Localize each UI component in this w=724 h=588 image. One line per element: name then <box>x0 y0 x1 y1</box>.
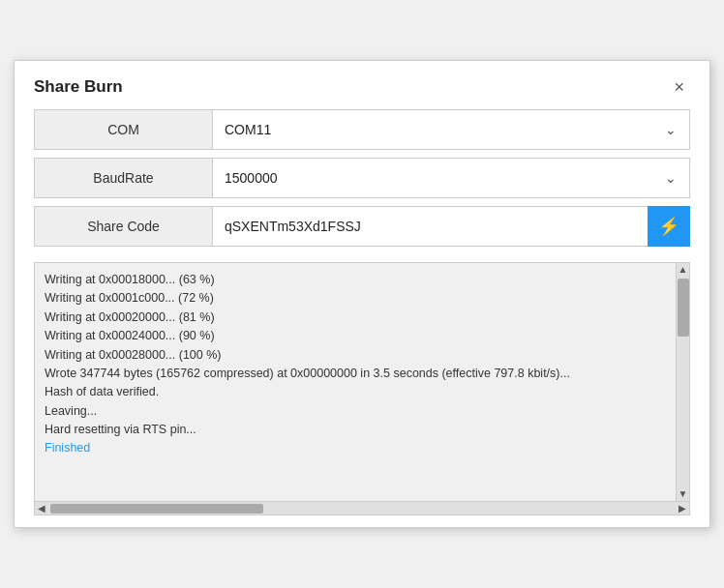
log-line: Wrote 347744 bytes (165762 compressed) a… <box>45 365 666 383</box>
scroll-thumb-h[interactable] <box>50 504 263 514</box>
flash-button[interactable]: ⚡ <box>648 206 690 247</box>
scroll-track-h <box>48 502 676 515</box>
share-code-row: Share Code ⚡ <box>34 206 690 247</box>
dialog-header: Share Burn × <box>15 61 709 109</box>
close-button[interactable]: × <box>668 76 690 98</box>
vertical-scrollbar[interactable]: ▲ ▼ <box>676 263 689 501</box>
baudrate-select[interactable]: 1500000 115200 9600 460800 <box>213 158 690 198</box>
share-code-label: Share Code <box>34 206 213 247</box>
dialog-title: Share Burn <box>34 77 123 97</box>
log-content[interactable]: Writing at 0x00018000... (63 %)Writing a… <box>35 263 676 501</box>
log-line: Writing at 0x00020000... (81 %) <box>45 309 666 327</box>
baudrate-select-wrapper: 1500000 115200 9600 460800 ⌄ <box>213 158 690 198</box>
horizontal-scrollbar[interactable]: ◀ ▶ <box>34 502 690 515</box>
log-scroll-container: Writing at 0x00018000... (63 %)Writing a… <box>35 263 689 501</box>
com-row: COM COM11 COM1 COM2 COM3 COM4 ⌄ <box>34 109 690 150</box>
baudrate-label: BaudRate <box>34 158 213 198</box>
scroll-thumb-v[interactable] <box>678 279 689 337</box>
log-line: Leaving... <box>45 402 666 421</box>
log-line: Hash of data verified. <box>45 383 666 401</box>
flash-icon: ⚡ <box>658 216 679 237</box>
scroll-up-arrow[interactable]: ▲ <box>679 263 688 277</box>
log-line: Writing at 0x00028000... (100 %) <box>45 346 666 365</box>
baudrate-row: BaudRate 1500000 115200 9600 460800 ⌄ <box>34 158 690 198</box>
scroll-left-arrow[interactable]: ◀ <box>35 502 48 515</box>
log-line: Finished <box>45 439 666 457</box>
com-select[interactable]: COM11 COM1 COM2 COM3 COM4 <box>213 109 690 150</box>
log-line: Writing at 0x0001c000... (72 %) <box>45 289 666 308</box>
log-area: Writing at 0x00018000... (63 %)Writing a… <box>34 262 690 502</box>
form-area: COM COM11 COM1 COM2 COM3 COM4 ⌄ BaudRate… <box>15 109 709 262</box>
share-burn-dialog: Share Burn × COM COM11 COM1 COM2 COM3 CO… <box>14 60 710 528</box>
com-select-wrapper: COM11 COM1 COM2 COM3 COM4 ⌄ <box>213 109 690 150</box>
log-line: Writing at 0x00018000... (63 %) <box>45 271 666 289</box>
share-code-input[interactable] <box>213 206 648 247</box>
share-code-input-wrapper: ⚡ <box>213 206 690 247</box>
scroll-right-arrow[interactable]: ▶ <box>676 502 689 515</box>
log-line: Writing at 0x00024000... (90 %) <box>45 327 666 345</box>
log-line: Hard resetting via RTS pin... <box>45 421 666 439</box>
scroll-down-arrow[interactable]: ▼ <box>679 487 688 501</box>
com-label: COM <box>34 109 213 150</box>
